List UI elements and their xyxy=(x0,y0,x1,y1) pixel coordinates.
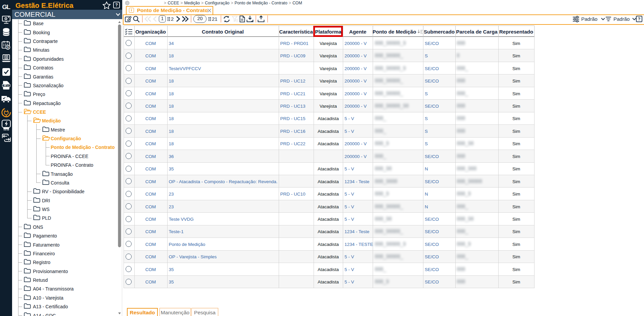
svg-text:$: $ xyxy=(7,46,9,49)
svg-text:NF-e: NF-e xyxy=(4,84,9,87)
